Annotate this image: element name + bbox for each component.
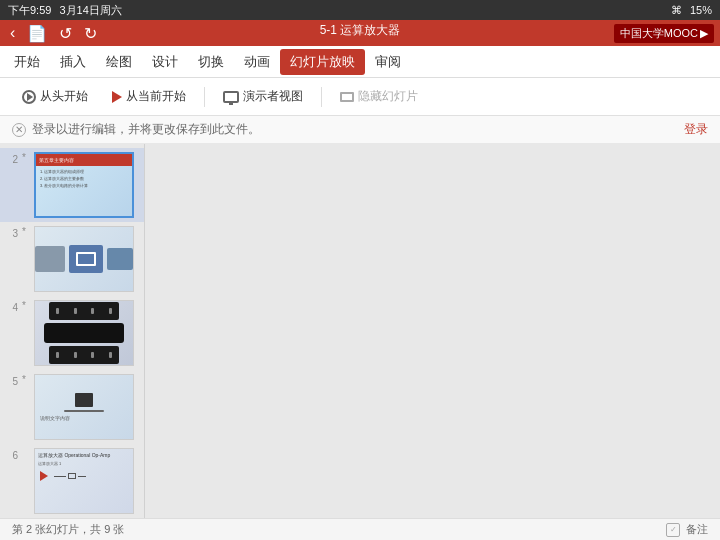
time: 下午9:59	[8, 3, 51, 18]
presenter-view-icon	[223, 91, 239, 103]
file-icon[interactable]: 📄	[23, 24, 51, 43]
title-bar: ‹ 📄 ↺ ↻ 5-1 运算放大器 中国大学MOOC ▶	[0, 20, 720, 46]
thumb-5-text: 说明文字内容	[40, 415, 128, 421]
date: 3月14日周六	[59, 3, 121, 18]
slide-item-6[interactable]: 6 运算放大器 Operational Op-Amp 运算放大器 1	[0, 444, 144, 518]
menu-draw[interactable]: 绘图	[96, 49, 142, 75]
from-start-icon	[22, 90, 36, 104]
hide-slide-label: 隐藏幻灯片	[358, 88, 418, 105]
slide-panel[interactable]: 2 * 第五章主要内容 1. 运算放大器的组成原理 2. 运算放大器的主要参数 …	[0, 144, 145, 518]
menu-bar: 开始 插入 绘图 设计 切换 动画 幻灯片放映 审阅	[0, 46, 720, 78]
hide-slide-button[interactable]: 隐藏幻灯片	[330, 84, 428, 109]
from-current-label: 从当前开始	[126, 88, 186, 105]
title-nav: ‹ 📄 ↺ ↻	[6, 24, 101, 43]
status-left: 下午9:59 3月14日周六	[8, 3, 122, 18]
slide-item-2[interactable]: 2 * 第五章主要内容 1. 运算放大器的组成原理 2. 运算放大器的主要参数 …	[0, 148, 144, 222]
thumb-3-img-left	[35, 246, 65, 272]
wifi-icon: ⌘	[671, 4, 682, 17]
slide-number-6: 6	[4, 450, 18, 461]
menu-design[interactable]: 设计	[142, 49, 188, 75]
menu-transition[interactable]: 切换	[188, 49, 234, 75]
note-label: 备注	[686, 522, 708, 537]
slide-thumb-4[interactable]	[34, 300, 134, 366]
logo-play-icon: ▶	[700, 27, 708, 40]
slide-thumb-3[interactable]	[34, 226, 134, 292]
slide-star-2: *	[22, 152, 30, 163]
slide-star-3: *	[22, 226, 30, 237]
slide-info: 第 2 张幻灯片，共 9 张	[12, 522, 124, 537]
bottom-bar: 第 2 张幻灯片，共 9 张 ✓ 备注	[0, 518, 720, 540]
slide-number-2: 2	[4, 154, 18, 165]
thumb-2-title-bar: 第五章主要内容	[36, 154, 132, 166]
thumb-3-img-right	[107, 248, 133, 270]
title-logo: 中国大学MOOC ▶	[614, 24, 714, 43]
slide-thumb-6[interactable]: 运算放大器 Operational Op-Amp 运算放大器 1	[34, 448, 134, 514]
presenter-view-button[interactable]: 演示者视图	[213, 84, 313, 109]
status-bar: 下午9:59 3月14日周六 ⌘ 15%	[0, 0, 720, 20]
menu-start[interactable]: 开始	[4, 49, 50, 75]
slide-thumb-5[interactable]: 说明文字内容	[34, 374, 134, 440]
thumb-2-content: 1. 运算放大器的组成原理 2. 运算放大器的主要参数 3. 差分放大电路的分析…	[36, 166, 132, 193]
login-bar: ✕ 登录以进行编辑，并将更改保存到此文件。 登录	[0, 116, 720, 144]
thumb-2-title-text: 第五章主要内容	[39, 157, 74, 163]
toolbar-separator-2	[321, 87, 322, 107]
thumb-6-content	[35, 466, 133, 486]
redo-button[interactable]: ↻	[80, 24, 101, 43]
presenter-view-label: 演示者视图	[243, 88, 303, 105]
toolbar: 从头开始 从当前开始 演示者视图 隐藏幻灯片	[0, 78, 720, 116]
thumb-4-chip-bottom	[49, 346, 119, 364]
from-current-button[interactable]: 从当前开始	[102, 84, 196, 109]
slide-item-5[interactable]: 5 * 说明文字内容	[0, 370, 144, 444]
thumb-5-lines	[64, 410, 104, 412]
menu-animation[interactable]: 动画	[234, 49, 280, 75]
logo-text: 中国大学MOOC	[620, 26, 698, 41]
slide-item-3[interactable]: 3 *	[0, 222, 144, 296]
login-button[interactable]: 登录	[684, 121, 708, 138]
back-button[interactable]: ‹	[6, 24, 19, 42]
title-center: 5-1 运算放大器	[320, 22, 401, 39]
login-bar-left: ✕ 登录以进行编辑，并将更改保存到此文件。	[12, 121, 260, 138]
bottom-right: ✓ 备注	[666, 522, 708, 537]
thumb-5-component	[75, 393, 93, 407]
thumb-6-title-text: 运算放大器 Operational Op-Amp	[35, 449, 133, 461]
battery-text: 15%	[690, 4, 712, 16]
slide-number-3: 3	[4, 228, 18, 239]
menu-slideshow[interactable]: 幻灯片放映	[280, 49, 365, 75]
undo-button[interactable]: ↺	[55, 24, 76, 43]
close-icon[interactable]: ✕	[12, 123, 26, 137]
menu-review[interactable]: 审阅	[365, 49, 411, 75]
thumb-4-chip-main	[44, 323, 124, 343]
slide-thumb-2[interactable]: 第五章主要内容 1. 运算放大器的组成原理 2. 运算放大器的主要参数 3. 差…	[34, 152, 134, 218]
note-checkbox-icon: ✓	[666, 523, 680, 537]
logo-box: 中国大学MOOC ▶	[614, 24, 714, 43]
thumb-3-circuit	[69, 245, 103, 273]
toolbar-separator-1	[204, 87, 205, 107]
slide-star-5: *	[22, 374, 30, 385]
slide-number-5: 5	[4, 376, 18, 387]
slide-number-4: 4	[4, 302, 18, 313]
slide-star-4: *	[22, 300, 30, 311]
from-start-label: 从头开始	[40, 88, 88, 105]
main-content: 2 * 第五章主要内容 1. 运算放大器的组成原理 2. 运算放大器的主要参数 …	[0, 144, 720, 518]
status-right: ⌘ 15%	[671, 4, 712, 17]
main-slide-area	[145, 144, 720, 518]
from-start-button[interactable]: 从头开始	[12, 84, 98, 109]
doc-title: 5-1 运算放大器	[320, 23, 401, 37]
menu-insert[interactable]: 插入	[50, 49, 96, 75]
slide-item-4[interactable]: 4 *	[0, 296, 144, 370]
from-start-play-icon	[27, 93, 33, 101]
thumb-4-chip-top	[49, 302, 119, 320]
login-message: 登录以进行编辑，并将更改保存到此文件。	[32, 121, 260, 138]
from-current-play-icon	[112, 91, 122, 103]
hide-slide-icon	[340, 92, 354, 102]
